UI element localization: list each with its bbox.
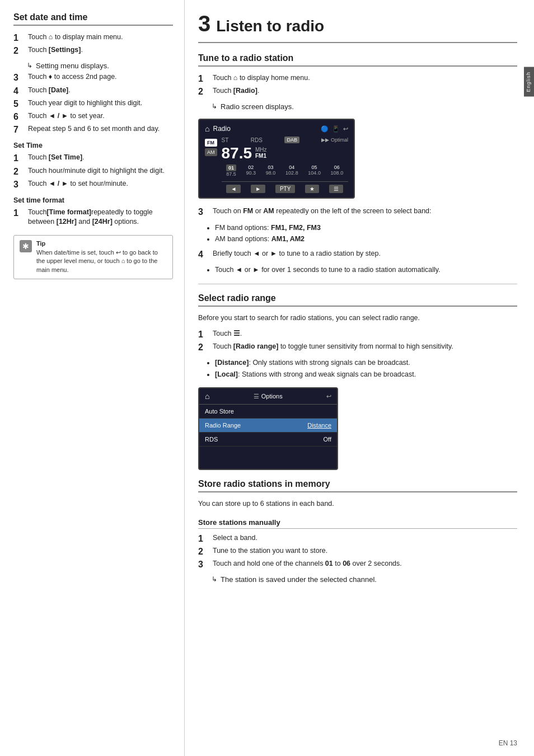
store-manually-label: Store stations manually (198, 518, 517, 529)
options-empty (199, 447, 337, 469)
preset-5: 05 104.0 (308, 165, 321, 177)
list-item: 1 Touch [Set Time]. (13, 153, 173, 163)
back-icon: ↩ (343, 125, 348, 133)
store-steps: 1 Select a band. 2 Tune to the station y… (198, 533, 517, 570)
list-item: [Local]: Stations with strong and weak s… (215, 370, 517, 380)
list-item: 2 Touch [Radio]. (198, 86, 517, 97)
list-item: [Distance]: Only stations with strong si… (215, 358, 517, 368)
tip-content: Tip When date/time is set, touch ↩ to go… (36, 240, 167, 274)
radio-range-steps: 1 Touch ☰. 2 Touch [Radio range] to togg… (198, 329, 517, 353)
auto-store-item[interactable]: Auto Store (199, 405, 337, 419)
main-steps-list: 1 Touch ⌂ to display main menu. 2 Touch … (13, 32, 173, 56)
arrow-icon: ↳ (212, 575, 217, 583)
list-item: 4 Briefly touch ◄ or ► to tune to a radi… (198, 249, 517, 260)
preset-2: 02 90.3 (246, 165, 256, 177)
rds-label: RDS (251, 137, 263, 143)
star-button[interactable]: ★ (305, 185, 319, 193)
prev-button[interactable]: ◄ (226, 185, 241, 193)
fm-am-options: FM band options: FM1, FM2, FM3 AM band o… (198, 223, 517, 245)
set-time-format-steps: 1 Touch[Time format]repeatedly to toggle… (13, 208, 173, 227)
tip-box: ✱ Tip When date/time is set, touch ↩ to … (13, 235, 173, 279)
radio-label: Radio (213, 125, 230, 133)
options-label: Options (261, 393, 283, 400)
set-time-format-label: Set time format (13, 196, 173, 204)
list-item: 3 Touch and hold one of the channels 01 … (198, 559, 517, 570)
tip-label: Tip (36, 240, 167, 247)
radio-body: FM AM ST RDS DAB ▶▶ Optimal 87.5 MHz F (205, 137, 348, 193)
tune-section-title: Tune to a radio station (198, 53, 517, 67)
arrow-icon: ↳ (27, 62, 32, 69)
radio-range-item[interactable]: Radio Range Distance (199, 419, 337, 433)
radio-control-row: ◄ ► PTY ★ ☰ (222, 181, 349, 193)
main-steps-list-2: 3 Touch ♦ to access 2nd page. 4 Touch [D… (13, 72, 173, 135)
radio-screen-header: ⌂ Radio 🔵 📱 ↩ (205, 124, 348, 133)
chapter-number: 3 (198, 11, 210, 36)
pty-button[interactable]: PTY (275, 185, 295, 193)
fm-band-label: FM (205, 139, 217, 147)
set-date-time-title: Set date and time (13, 12, 173, 26)
radio-range-title: Select radio range (198, 293, 517, 307)
st-label: ST (222, 137, 229, 143)
store-arrow-bullet: ↳ The station is saved under the selecte… (212, 575, 517, 584)
options-menu-icon: ☰ (254, 393, 259, 400)
radio-range-intro: Before you start to search for radio sta… (198, 313, 517, 323)
arrow-bullet-radio: ↳ Radio screen displays. (212, 102, 517, 111)
set-time-label: Set Time (13, 142, 173, 149)
bluetooth-icon: 🔵 (321, 125, 329, 133)
preset-1: 01 87.5 (226, 165, 236, 177)
freq-band: FM1 (255, 153, 267, 159)
options-back-icon: ↩ (326, 393, 331, 400)
list-item: Touch ◄ or ► for over 1 seconds to tune … (215, 265, 517, 275)
radio-status-icons: 🔵 📱 ↩ (321, 125, 348, 133)
chapter-header: 3 Listen to radio (198, 11, 517, 43)
chapter-title: Listen to radio (216, 17, 324, 35)
rds-item[interactable]: RDS Off (199, 433, 337, 447)
side-tab: English (524, 67, 534, 97)
phone-icon: 📱 (332, 125, 340, 133)
optimal-label: ▶▶ Optimal (321, 137, 348, 143)
radio-main-area: ST RDS DAB ▶▶ Optimal 87.5 MHz FM1 (222, 137, 349, 193)
radio-range-options: [Distance]: Only stations with strong si… (198, 358, 517, 379)
radio-home-icon: ⌂ (205, 124, 209, 133)
freq-number: 87.5 (222, 144, 252, 162)
arrow-bullet: ↳ Setting menu displays. (27, 62, 173, 70)
freq-display: 87.5 MHz FM1 (222, 144, 349, 162)
band-labels: FM AM (205, 139, 217, 193)
preset-4: 04 102.8 (285, 165, 298, 177)
tune-steps-3: 4 Briefly touch ◄ or ► to tune to a radi… (198, 249, 517, 260)
list-item: 7 Repeat step 5 and 6 to set month and d… (13, 124, 173, 135)
am-band-label: AM (205, 148, 217, 156)
arrow-icon: ↳ (212, 102, 217, 110)
radio-screen: ⌂ Radio 🔵 📱 ↩ FM AM ST RDS (198, 119, 355, 199)
list-item: 3 Touch ♦ to access 2nd page. (13, 72, 173, 83)
left-column: Set date and time 1 Touch ⌂ to display m… (0, 0, 185, 756)
preset-6: 06 108.0 (331, 165, 344, 177)
list-item: 2 Touch [Radio range] to toggle tuner se… (198, 342, 517, 353)
options-home-icon: ⌂ (205, 392, 209, 401)
right-column: 3 Listen to radio Tune to a radio statio… (185, 0, 534, 756)
list-item: 1 Touch ⌂ to display home menu. (198, 73, 517, 84)
store-section: Store radio stations in memory You can s… (198, 479, 517, 584)
freq-unit-block: MHz FM1 (255, 147, 267, 159)
list-item: 3 Touch on FM or AM repeatedly on the le… (198, 206, 517, 217)
list-item: AM band options: AM1, AM2 (215, 234, 517, 245)
tune-steps-2: 3 Touch on FM or AM repeatedly on the le… (198, 206, 517, 217)
list-item: 6 Touch ◄ / ► to set year. (13, 111, 173, 122)
options-title-area: ☰ Options (254, 393, 283, 400)
tip-icon: ✱ (20, 240, 32, 252)
next-button[interactable]: ► (251, 185, 265, 193)
freq-unit: MHz (255, 147, 267, 153)
tip-text: When date/time is set, touch ↩ to go bac… (36, 248, 167, 274)
options-header: ⌂ ☰ Options ↩ (199, 388, 337, 405)
set-time-steps: 1 Touch [Set Time]. 2 Touch hour/minute … (13, 153, 173, 190)
list-item: 2 Touch [Settings]. (13, 45, 173, 56)
list-item: 1 Touch[Time format]repeatedly to toggle… (13, 208, 173, 227)
radio-band-status: ST RDS DAB ▶▶ Optimal (222, 137, 349, 143)
page-wrapper: English Set date and time 1 Touch ⌂ to d… (0, 0, 534, 756)
menu-button[interactable]: ☰ (329, 185, 343, 193)
tune-auto-options: Touch ◄ or ► for over 1 seconds to tune … (198, 265, 517, 275)
preset-3: 03 98.0 (266, 165, 276, 177)
tune-steps-1: 1 Touch ⌂ to display home menu. 2 Touch … (198, 73, 517, 97)
list-item: 1 Select a band. (198, 533, 517, 544)
list-item: 1 Touch ⌂ to display main menu. (13, 32, 173, 43)
